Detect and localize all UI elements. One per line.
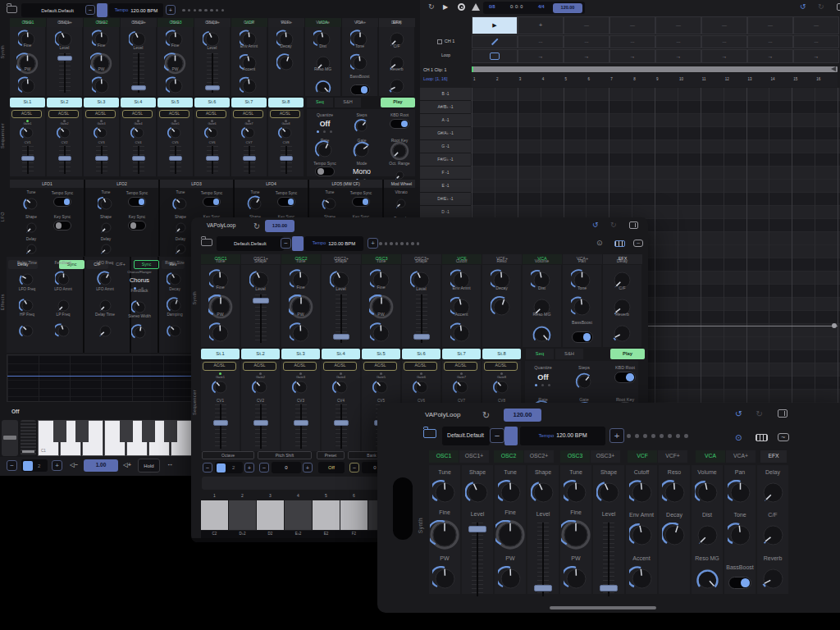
fw-tempo-box[interactable]: Tempo120.00 BPM: [520, 427, 605, 445]
sg-clip-cell-7[interactable]: ---: [747, 35, 793, 48]
lw-fx-cf-lfo-freq[interactable]: [97, 271, 114, 288]
mw-preset-value-box[interactable]: Off: [318, 462, 345, 473]
fw-page-dot-4[interactable]: [660, 434, 664, 438]
lw-rootkey-knob[interactable]: [390, 141, 409, 161]
mw-pad-4[interactable]: [285, 500, 312, 530]
fw-tempo-minus-button[interactable]: −: [490, 428, 504, 443]
mw-tab-sh[interactable]: S&H: [555, 349, 583, 359]
mw-tempo-minus-button[interactable]: −: [281, 238, 291, 249]
fw-knob-tune-osc2[interactable]: [498, 480, 523, 505]
fw-knob-shape-osc3[interactable]: [596, 480, 622, 505]
lw-cv-slider-1-thumb[interactable]: [21, 156, 34, 161]
lw-multiplier-chip[interactable]: 1.00: [84, 459, 118, 472]
mw-step-1[interactable]: St.1: [201, 349, 240, 359]
lw-lfo2-tune-knob[interactable]: [98, 195, 115, 212]
mw-gate-knob-5[interactable]: [372, 378, 390, 396]
mw-folder-icon[interactable]: [201, 239, 212, 246]
lw-knob-pw-osc3[interactable]: [166, 76, 185, 96]
fw-tempo-plus-button[interactable]: +: [609, 428, 624, 443]
mw-level-slider-osc2-thumb[interactable]: [333, 334, 349, 340]
lw-level-slider-osc2-thumb[interactable]: [131, 85, 146, 90]
mw-page-dot-6[interactable]: [411, 242, 414, 245]
lw-acsl-3[interactable]: AC/SL: [85, 110, 116, 118]
lw-lfo5-tune-knob[interactable]: [322, 195, 339, 212]
fw-tab-osc2[interactable]: OSC2: [494, 450, 523, 463]
mw-gate-knob-1[interactable]: [212, 378, 230, 396]
mw-cv-slider-3-track[interactable]: [300, 404, 302, 449]
fw-knob-fine-osc2[interactable]: [495, 520, 525, 550]
sg-note-row-8[interactable]: [471, 193, 840, 206]
lw-black-key-5[interactable]: [164, 420, 177, 442]
fw-knob-fine-osc3[interactable]: [561, 520, 591, 550]
sg-loopmode-cell-2[interactable]: →: [518, 49, 564, 63]
sg-loopmode-cell-5[interactable]: →: [655, 49, 701, 63]
mw-gate-knob-7[interactable]: [453, 378, 471, 396]
mw-page-dot-4[interactable]: [400, 242, 404, 245]
fw-knob-tone[interactable]: [728, 523, 753, 548]
mw-step-2[interactable]: St.2: [241, 349, 280, 359]
fw-knob-fine-osc1[interactable]: [430, 520, 459, 550]
lw-cv-slider-4-thumb[interactable]: [132, 156, 145, 161]
mw-preset-box[interactable]: Default.Default: [217, 236, 284, 251]
mw-octave-up-button[interactable]: +: [244, 463, 254, 472]
lw-page-dot-2[interactable]: [194, 9, 197, 12]
mw-cv-slider-4-thumb[interactable]: [334, 420, 349, 426]
mw-step-4[interactable]: St.4: [322, 349, 360, 359]
sg-scene-cell-1[interactable]: ▶: [472, 16, 518, 34]
mw-knob-pw-osc1[interactable]: [209, 322, 231, 345]
fw-knob-pw-osc2[interactable]: [498, 566, 523, 591]
fw-preset-box[interactable]: Default.Default: [442, 427, 490, 445]
lw-lfo2-shape-knob[interactable]: [98, 220, 114, 235]
lw-steps-knob[interactable]: [354, 118, 370, 135]
lw-kbdroot-toggle[interactable]: [390, 119, 409, 129]
mw-step-8[interactable]: St.8: [482, 349, 521, 359]
lw-knob-tone[interactable]: [350, 53, 370, 73]
sg-note-row-6[interactable]: [471, 167, 840, 180]
sg-note-row-3[interactable]: [471, 127, 840, 140]
mw-pitch-up-button[interactable]: +: [303, 463, 313, 472]
fw-bassboost-toggle[interactable]: [728, 577, 751, 589]
lw-black-key-4[interactable]: [142, 420, 155, 442]
mw-page-dot-2[interactable]: [390, 242, 393, 245]
sg-record-icon[interactable]: [458, 3, 465, 11]
mw-tempo-box[interactable]: Tempo120.00 BPM: [304, 236, 363, 251]
mw-page-dot-1[interactable]: [385, 242, 388, 245]
lw-acsl-8[interactable]: AC/SL: [270, 110, 300, 118]
lw-acsl-5[interactable]: AC/SL: [159, 110, 189, 118]
lw-tempo-plus-button[interactable]: +: [166, 5, 176, 15]
fw-knob-tune-osc1[interactable]: [432, 480, 458, 505]
fw-knob-decay[interactable]: [662, 523, 687, 548]
lw-temposync-toggle[interactable]: [315, 167, 335, 176]
sg-loopmode-cell-6[interactable]: →: [701, 49, 747, 63]
mw-knob-tone[interactable]: [571, 296, 593, 318]
sg-transport-tempo-chip[interactable]: 120.00: [553, 3, 582, 13]
lw-lfo2-keysync-toggle[interactable]: [128, 221, 146, 230]
mw-gate-knob-3[interactable]: [292, 378, 310, 396]
mw-level-slider-osc3-thumb[interactable]: [413, 334, 430, 340]
lw-fx-rev-damping[interactable]: [167, 322, 184, 340]
lw-acsl-4[interactable]: AC/SL: [122, 110, 153, 118]
lw-step-5[interactable]: St.5: [158, 98, 193, 107]
mw-page-dot-3[interactable]: [395, 242, 399, 245]
mw-gate-knob-2[interactable]: [252, 378, 270, 396]
lw-fx-rev-room-size[interactable]: [167, 271, 184, 288]
fw-tab-osc2[interactable]: OSC2+: [524, 450, 554, 463]
lw-step-4[interactable]: St.4: [121, 98, 156, 107]
sg-scene-cell-4[interactable]: —: [609, 16, 655, 34]
lw-black-key-0[interactable]: [53, 420, 66, 442]
lw-lfo3-delay-knob[interactable]: [173, 241, 189, 257]
mw-play-button[interactable]: Play: [610, 349, 645, 359]
lw-fx-chorus-stereo-width[interactable]: [131, 324, 148, 341]
lw-acsl-1[interactable]: AC/SL: [11, 110, 42, 118]
mw-page-dot-7[interactable]: [417, 242, 420, 245]
fw-tab-vca[interactable]: VCA: [696, 450, 725, 463]
sg-clip-cell-5[interactable]: ---: [655, 35, 701, 48]
mw-cv-slider-2-track[interactable]: [260, 404, 262, 449]
mw-knob-reso-mg[interactable]: [531, 322, 553, 345]
fw-knob-shape-osc2[interactable]: [531, 480, 556, 505]
fw-level-slider-osc1-thumb[interactable]: [468, 526, 486, 532]
mw-acsl-3[interactable]: AC/SL: [283, 362, 317, 371]
lw-gate-knob-3[interactable]: [94, 125, 110, 141]
lw-fx-delay-hp-freq[interactable]: [19, 322, 36, 340]
lw-gate-knob-5[interactable]: [167, 125, 184, 141]
